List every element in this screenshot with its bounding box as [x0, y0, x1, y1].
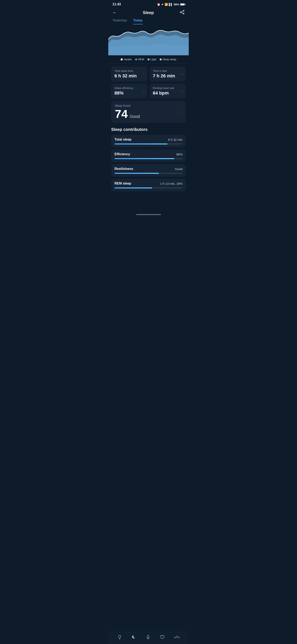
- stats-grid: Total sleep time 6 h 32 min › Time in be…: [108, 64, 189, 99]
- rem-dot: [135, 58, 137, 60]
- sleep-score-number: 74: [115, 108, 128, 120]
- sleep-chart: [108, 26, 189, 55]
- status-bar: 11:43 ⏰ ✦ 📶 ▌▌ 99%: [108, 0, 189, 8]
- restfulness-progress-fill: [114, 173, 159, 174]
- resting-heart-arrow: ›: [182, 90, 183, 93]
- awake-dot: [121, 58, 123, 60]
- svg-point-2: [180, 12, 181, 12]
- home-indicator: [136, 214, 161, 215]
- total-sleep-card[interactable]: Total sleep time 6 h 32 min ›: [111, 66, 147, 82]
- svg-point-0: [183, 10, 184, 11]
- rem-sleep-contributor-value: 1 h 13 min, 19%: [160, 182, 183, 185]
- wifi-icon: 📶: [165, 3, 168, 6]
- sleep-legend: Awake REM Light Deep sleep: [108, 55, 189, 64]
- activity-nav[interactable]: [117, 634, 122, 640]
- contributors-section: Sleep contributors Total sleep 6 h 32 mi…: [108, 123, 189, 191]
- restfulness-contributor-name: Restfulness: [114, 167, 133, 171]
- resting-heart-value: 64 bpm: [153, 90, 183, 96]
- contributor-efficiency: Efficiency 88%: [111, 150, 186, 162]
- rem-label: REM: [138, 58, 144, 61]
- total-sleep-progress-bg: [114, 144, 183, 144]
- svg-line-4: [181, 12, 183, 13]
- status-time: 11:43: [112, 2, 121, 6]
- svg-point-1: [183, 13, 184, 14]
- battery-percent: 99%: [174, 3, 179, 6]
- deep-label: Deep sleep: [163, 58, 176, 61]
- back-button[interactable]: ←: [112, 10, 117, 15]
- legend-deep: Deep sleep: [160, 58, 176, 61]
- contributors-title: Sleep contributors: [111, 127, 186, 132]
- sleep-score-label: Sleep Score: [115, 104, 182, 107]
- total-sleep-label: Total sleep time: [114, 69, 144, 72]
- efficiency-contributor-name: Efficiency: [114, 152, 130, 156]
- deep-dot: [160, 58, 162, 60]
- time-in-bed-arrow: ›: [182, 72, 183, 76]
- total-sleep-value: 6 h 32 min: [114, 73, 144, 79]
- total-sleep-progress-fill: [114, 144, 167, 144]
- legend-light: Light: [147, 58, 156, 61]
- total-sleep-arrow: ›: [144, 72, 145, 76]
- rem-sleep-progress-fill: [114, 188, 152, 188]
- sleep-score-card[interactable]: Sleep Score 74 Good ›: [111, 101, 186, 123]
- total-sleep-contributor-name: Total sleep: [114, 138, 131, 142]
- rem-sleep-progress-bg: [114, 188, 183, 188]
- tab-yesterday[interactable]: Yesterday: [112, 18, 127, 24]
- time-in-bed-label: Time in bed: [153, 69, 183, 72]
- sleep-score-qualifier: Good: [130, 114, 140, 119]
- efficiency-contributor-value: 88%: [176, 152, 183, 156]
- calories-nav[interactable]: [145, 634, 151, 640]
- efficiency-progress-fill: [114, 158, 174, 159]
- tab-today[interactable]: Today: [133, 18, 143, 24]
- sleep-efficiency-card[interactable]: Sleep efficiency 88% ›: [111, 84, 147, 99]
- bluetooth-icon: ✦: [161, 3, 164, 6]
- restfulness-progress-bg: [114, 173, 183, 174]
- share-button[interactable]: [180, 10, 185, 15]
- stress-nav[interactable]: [174, 634, 180, 640]
- status-icons: ⏰ ✦ 📶 ▌▌ 99%: [157, 3, 185, 6]
- restfulness-contributor-value: Good: [175, 167, 183, 171]
- legend-rem: REM: [135, 58, 144, 61]
- sleep-efficiency-arrow: ›: [144, 90, 145, 93]
- light-dot: [147, 58, 150, 60]
- sleep-score-value: 74 Good: [115, 108, 182, 120]
- rem-sleep-contributor-name: REM sleep: [114, 182, 131, 185]
- tabs-container: Yesterday Today: [108, 18, 189, 24]
- sleep-efficiency-value: 88%: [114, 90, 144, 96]
- resting-heart-rate-card[interactable]: Resting heart rate 64 bpm ›: [150, 84, 186, 99]
- time-in-bed-card[interactable]: Time in bed 7 h 26 min ›: [150, 66, 186, 82]
- contributor-total-sleep: Total sleep 6 h 32 min: [111, 135, 186, 148]
- total-sleep-contributor-value: 6 h 32 min: [168, 138, 183, 142]
- time-in-bed-value: 7 h 26 min: [153, 73, 183, 79]
- battery-icon: [180, 3, 185, 6]
- svg-line-3: [181, 11, 183, 12]
- light-label: Light: [151, 58, 156, 61]
- alarm-icon: ⏰: [157, 3, 160, 6]
- contributor-restfulness: Restfulness Good: [111, 164, 186, 177]
- awake-label: Awake: [124, 58, 132, 61]
- page-title: Sleep: [143, 10, 154, 15]
- header: ← Sleep: [108, 8, 189, 18]
- contributor-rem-sleep: REM sleep 1 h 13 min, 19%: [111, 179, 186, 191]
- legend-awake: Awake: [121, 58, 132, 61]
- bottom-nav: [108, 632, 189, 644]
- heart-nav[interactable]: [160, 634, 165, 640]
- sleep-score-arrow: ›: [181, 110, 182, 114]
- resting-heart-label: Resting heart rate: [153, 86, 183, 90]
- signal-icon: ▌▌: [169, 3, 173, 6]
- sleep-efficiency-label: Sleep efficiency: [114, 86, 144, 90]
- efficiency-progress-bg: [114, 158, 183, 159]
- sleep-nav[interactable]: [131, 634, 137, 640]
